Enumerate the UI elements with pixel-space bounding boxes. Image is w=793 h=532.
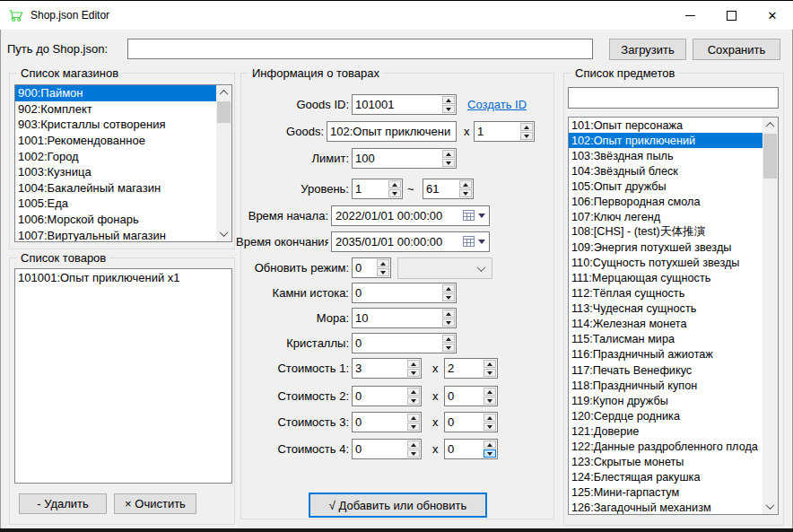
spinner-arrows-icon[interactable]: [406, 387, 421, 406]
list-item[interactable]: 900:Паймон: [15, 85, 216, 101]
list-item[interactable]: 902:Комплект: [15, 101, 216, 118]
level-min-spinner[interactable]: 1: [352, 179, 403, 199]
spinner-arrows-icon[interactable]: [441, 283, 456, 302]
spinner-arrows-icon[interactable]: [406, 359, 421, 378]
mora-spinner[interactable]: 10: [352, 308, 457, 328]
list-item[interactable]: 109:Энергия потухшей звезды: [569, 240, 762, 256]
spinner-arrows-icon[interactable]: [483, 359, 497, 378]
list-item[interactable]: 122:Данные раздробленного плода: [569, 439, 762, 454]
clear-button[interactable]: × Очистить: [114, 493, 196, 514]
minimize-button[interactable]: [669, 1, 710, 30]
list-item[interactable]: 114:Железная монета: [569, 317, 762, 332]
add-or-update-button[interactable]: √ Добавить или обновить: [309, 493, 487, 518]
shops-scrollbar[interactable]: [216, 85, 231, 241]
scroll-up-icon[interactable]: [216, 85, 231, 100]
list-item[interactable]: 108:[CHS] - (test)天体推演: [569, 224, 762, 240]
cost3-item-spinner[interactable]: 0: [352, 412, 422, 432]
cost4-count-spinner[interactable]: 0: [444, 439, 498, 459]
scroll-down-icon[interactable]: [762, 499, 778, 514]
maximize-button[interactable]: [710, 1, 752, 30]
spinner-arrows-icon[interactable]: [483, 440, 497, 458]
refresh-mode-combobox[interactable]: [397, 257, 492, 279]
list-item[interactable]: 103:Звёздная пыль: [569, 148, 762, 163]
dropdown-caret-icon[interactable]: [478, 214, 485, 218]
list-item[interactable]: 101001:Опыт приключений x1: [15, 269, 231, 285]
spinner-arrows-icon[interactable]: [406, 440, 421, 458]
list-item[interactable]: 126:Загадочный механизм: [569, 501, 762, 515]
spinner-arrows-icon[interactable]: [376, 258, 390, 277]
spinner-arrows-icon[interactable]: [483, 413, 497, 432]
list-item[interactable]: 1006:Морской фонарь: [15, 212, 216, 228]
goods-input[interactable]: 102:Опыт приключени: [327, 121, 457, 142]
cost2-item-spinner[interactable]: 0: [352, 386, 422, 406]
scroll-down-icon[interactable]: [216, 226, 231, 241]
end-time-picker[interactable]: 2035/01/01 00:00:00: [331, 231, 490, 252]
list-item[interactable]: 124:Блестящая ракушка: [569, 469, 762, 484]
primogems-value: 0: [353, 283, 441, 302]
items-scrollbar[interactable]: [762, 118, 778, 514]
delete-button[interactable]: - Удалить: [19, 493, 107, 514]
items-listbox[interactable]: 101:Опыт персонажа102:Опыт приключений10…: [568, 117, 779, 515]
list-item[interactable]: 102:Опыт приключений: [569, 133, 762, 148]
list-item[interactable]: 104:Звёздный блеск: [569, 163, 762, 179]
limit-spinner[interactable]: 100: [352, 148, 457, 169]
list-item[interactable]: 1003:Кузница: [15, 164, 216, 180]
list-item[interactable]: 111:Мерцающая сущность: [569, 271, 762, 286]
scrollbar-thumb[interactable]: [217, 101, 231, 123]
spinner-arrows-icon[interactable]: [519, 122, 534, 141]
list-item[interactable]: 106:Первородная смола: [569, 194, 762, 209]
spinner-arrows-icon[interactable]: [441, 149, 456, 168]
list-item[interactable]: 115:Талисман мира: [569, 332, 762, 347]
load-button[interactable]: Загрузить: [609, 39, 686, 60]
create-id-link[interactable]: Создать ID: [467, 98, 527, 111]
list-item[interactable]: 1004:Бакалейный магазин: [15, 180, 216, 196]
list-item[interactable]: 1001:Рекомендованное: [15, 133, 216, 149]
list-item[interactable]: 113:Чудесная сущность: [569, 301, 762, 317]
save-button[interactable]: Сохранить: [693, 39, 780, 60]
dropdown-caret-icon[interactable]: [478, 240, 485, 244]
list-item[interactable]: 116:Праздничный ажиотаж: [569, 347, 762, 362]
items-search-input[interactable]: [568, 87, 779, 109]
list-item[interactable]: 903:Кристаллы сотворения: [15, 117, 216, 133]
close-button[interactable]: ✕: [752, 1, 793, 30]
list-item[interactable]: 125:Мини-гарпастум: [569, 485, 762, 501]
list-item[interactable]: 1005:Еда: [15, 196, 216, 212]
list-item[interactable]: 1007:Виртуальный магазин: [15, 227, 216, 242]
cost4-item-spinner[interactable]: 0: [352, 439, 422, 459]
list-item[interactable]: 121:Доверие: [569, 423, 762, 439]
shops-listbox[interactable]: 900:Паймон902:Комплект903:Кристаллы сотв…: [14, 84, 232, 242]
crystals-spinner[interactable]: 0: [352, 333, 457, 353]
list-item[interactable]: 1002:Город: [15, 148, 216, 164]
goods-count-spinner[interactable]: 1: [474, 121, 535, 142]
list-item[interactable]: 105:Опыт дружбы: [569, 179, 762, 194]
list-item[interactable]: 101:Опыт персонажа: [569, 118, 762, 133]
refresh-mode-spinner[interactable]: 0: [352, 257, 391, 278]
cost2-count-spinner[interactable]: 0: [444, 386, 498, 406]
goods-id-spinner[interactable]: 101001: [352, 94, 457, 115]
primogems-spinner[interactable]: 0: [352, 283, 457, 303]
list-item[interactable]: 112:Тёплая сущность: [569, 286, 762, 301]
list-item[interactable]: 120:Сердце родника: [569, 408, 762, 423]
spinner-arrows-icon[interactable]: [406, 413, 421, 432]
path-input[interactable]: [127, 39, 593, 59]
scroll-up-icon[interactable]: [762, 118, 778, 133]
start-time-picker[interactable]: 2022/01/01 00:00:00: [331, 205, 490, 226]
list-item[interactable]: 119:Купон дружбы: [569, 393, 762, 408]
level-max-spinner[interactable]: 61: [423, 179, 474, 199]
cost3-count-spinner[interactable]: 0: [444, 412, 498, 432]
cost1-count-spinner[interactable]: 2: [444, 358, 498, 379]
list-item[interactable]: 117:Печать Венефикус: [569, 362, 762, 378]
spinner-arrows-icon[interactable]: [388, 179, 402, 198]
list-item[interactable]: 118:Праздничный купон: [569, 378, 762, 393]
spinner-arrows-icon[interactable]: [441, 95, 456, 114]
list-item[interactable]: 107:Ключ легенд: [569, 209, 762, 224]
cart-listbox[interactable]: 101001:Опыт приключений x1: [14, 268, 232, 484]
spinner-arrows-icon[interactable]: [458, 179, 473, 198]
spinner-arrows-icon[interactable]: [441, 309, 456, 327]
spinner-arrows-icon[interactable]: [483, 387, 497, 406]
cost1-item-spinner[interactable]: 3: [352, 358, 422, 379]
list-item[interactable]: 110:Сущность потухшей звезды: [569, 256, 762, 271]
scrollbar-thumb[interactable]: [763, 134, 777, 179]
spinner-arrows-icon[interactable]: [441, 334, 456, 353]
list-item[interactable]: 123:Скрытые монеты: [569, 454, 762, 469]
